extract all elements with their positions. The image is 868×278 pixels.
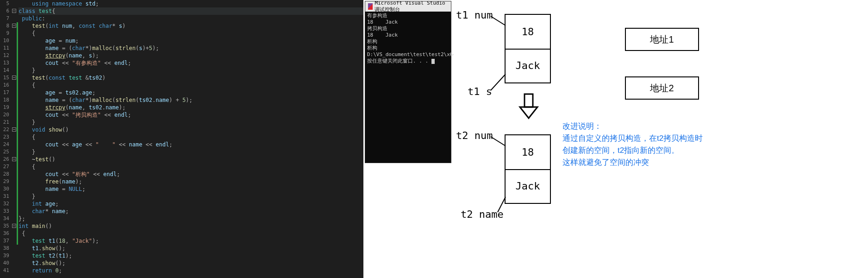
code-area[interactable]: using namespace std;class test{ public: …: [19, 0, 363, 274]
console-line: 析构: [367, 45, 449, 51]
code-line[interactable]: ~test(): [19, 156, 363, 163]
line-number: 35: [0, 222, 9, 230]
line-number: 23: [0, 133, 9, 141]
code-line[interactable]: t1.show();: [19, 245, 363, 252]
code-line[interactable]: void show(): [19, 126, 363, 133]
code-line[interactable]: {: [19, 133, 363, 141]
line-number: 36: [0, 230, 9, 237]
improvement-note: 改进说明：通过自定义的拷贝构造，在t2拷贝构造时创建新的空间，t2指向新的空间。…: [562, 120, 703, 169]
code-line[interactable]: name = NULL;: [19, 185, 363, 193]
console-line: 18 Jack: [367, 19, 449, 25]
fold-toggle-icon[interactable]: –: [12, 76, 16, 80]
line-number: 19: [0, 104, 9, 111]
console-line: 按任意键关闭此窗口. . .: [367, 58, 449, 64]
console-line: 18 Jack: [367, 32, 449, 38]
t2-pointer-lines: [454, 120, 556, 222]
line-number: 29: [0, 178, 9, 185]
code-line[interactable]: class test{: [19, 7, 363, 15]
debug-console-window[interactable]: Microsoft Visual Studio 调试控制台 有参构造18 Jac…: [365, 1, 451, 163]
code-line[interactable]: cout << "拷贝构造" << endl;: [19, 111, 363, 119]
line-number: 25: [0, 148, 9, 156]
line-number: 11: [0, 44, 9, 52]
line-number: 17: [0, 89, 9, 96]
code-line[interactable]: test t1(18, "Jack");: [19, 237, 363, 245]
line-number: 6: [0, 7, 9, 15]
console-output: 有参构造18 Jack拷贝构造18 Jack析构析构D:\VS_document…: [365, 12, 451, 65]
code-line[interactable]: return 0;: [19, 267, 363, 274]
arrow-down-icon: [516, 93, 542, 120]
line-number: 20: [0, 111, 9, 119]
line-number: 37: [0, 237, 9, 245]
code-line[interactable]: int main(): [19, 222, 363, 230]
code-line[interactable]: age = num;: [19, 37, 363, 44]
code-line[interactable]: test(const test &ts02): [19, 74, 363, 82]
line-number: 12: [0, 52, 9, 59]
line-number: 28: [0, 171, 9, 178]
code-line[interactable]: age = ts02.age;: [19, 89, 363, 96]
code-editor[interactable]: 5678910111213141516171819202122232425262…: [0, 0, 363, 278]
console-title-text: Microsoft Visual Studio 调试控制台: [375, 0, 448, 13]
line-number: 31: [0, 193, 9, 200]
change-marker: [17, 22, 18, 245]
code-line[interactable]: {: [19, 30, 363, 37]
line-number: 41: [0, 267, 9, 274]
line-number: 30: [0, 185, 9, 193]
code-line[interactable]: public:: [19, 15, 363, 22]
line-number: 24: [0, 141, 9, 148]
vs-logo-icon: [368, 3, 373, 10]
code-line[interactable]: int age;: [19, 200, 363, 208]
fold-toggle-icon[interactable]: –: [12, 157, 16, 161]
line-number: 39: [0, 252, 9, 259]
code-line[interactable]: strcpy(name, s);: [19, 52, 363, 59]
line-number: 7: [0, 15, 9, 22]
fold-toggle-icon[interactable]: –: [12, 127, 16, 132]
svg-rect-2: [525, 94, 533, 107]
code-line[interactable]: test t2(t1);: [19, 252, 363, 259]
addr2-box: 地址2: [625, 76, 699, 100]
line-number: 33: [0, 208, 9, 215]
code-line[interactable]: };: [19, 215, 363, 222]
code-line[interactable]: }: [19, 148, 363, 156]
code-line[interactable]: {: [19, 82, 363, 89]
code-line[interactable]: {: [19, 163, 363, 171]
code-line[interactable]: using namespace std;: [19, 0, 363, 7]
code-line[interactable]: free(name);: [19, 178, 363, 185]
code-line[interactable]: name = (char*)malloc(strlen(ts02.name) +…: [19, 96, 363, 104]
line-number: 8: [0, 22, 9, 30]
code-line[interactable]: cout << age << " " << name << endl;: [19, 141, 363, 148]
line-number: 14: [0, 67, 9, 74]
code-line[interactable]: {: [19, 230, 363, 237]
memory-diagram: t1 num 18 Jack t1 s t2 num 18 Jack t2 na…: [454, 0, 868, 278]
fold-toggle-icon[interactable]: –: [12, 24, 16, 28]
code-line[interactable]: name = (char*)malloc(strlen(s)+5);: [19, 44, 363, 52]
code-line[interactable]: }: [19, 193, 363, 200]
line-number: 9: [0, 30, 9, 37]
line-number: 38: [0, 245, 9, 252]
cursor-icon: [431, 59, 435, 64]
code-line[interactable]: cout << "有参构造" << endl;: [19, 59, 363, 67]
console-line: 拷贝构造: [367, 25, 449, 32]
svg-line-0: [491, 16, 506, 25]
code-line[interactable]: test(int num, const char* s): [19, 22, 363, 30]
code-line[interactable]: strcpy(name, ts02.name);: [19, 104, 363, 111]
line-number: 26: [0, 156, 9, 163]
fold-toggle-icon[interactable]: –: [12, 9, 16, 13]
line-number: 22: [0, 126, 9, 133]
line-number: 34: [0, 215, 9, 222]
code-line[interactable]: }: [19, 119, 363, 126]
console-titlebar[interactable]: Microsoft Visual Studio 调试控制台: [365, 1, 451, 12]
t1-pointer-lines: [454, 0, 556, 102]
code-line[interactable]: }: [19, 67, 363, 74]
fold-toggle-icon[interactable]: –: [12, 224, 16, 228]
code-line[interactable]: cout << "析构" << endl;: [19, 171, 363, 178]
console-line: D:\VS_document\test\test2\x64\Debug: [367, 51, 449, 58]
line-number: 5: [0, 0, 9, 7]
note-line: 这样就避免了空间的冲突: [562, 157, 703, 169]
line-number: 10: [0, 37, 9, 44]
note-line: 改进说明：: [562, 120, 703, 133]
line-number: 27: [0, 163, 9, 171]
code-line[interactable]: char* name;: [19, 208, 363, 215]
line-number: 40: [0, 259, 9, 267]
code-line[interactable]: t2.show();: [19, 259, 363, 267]
svg-line-4: [491, 137, 506, 146]
